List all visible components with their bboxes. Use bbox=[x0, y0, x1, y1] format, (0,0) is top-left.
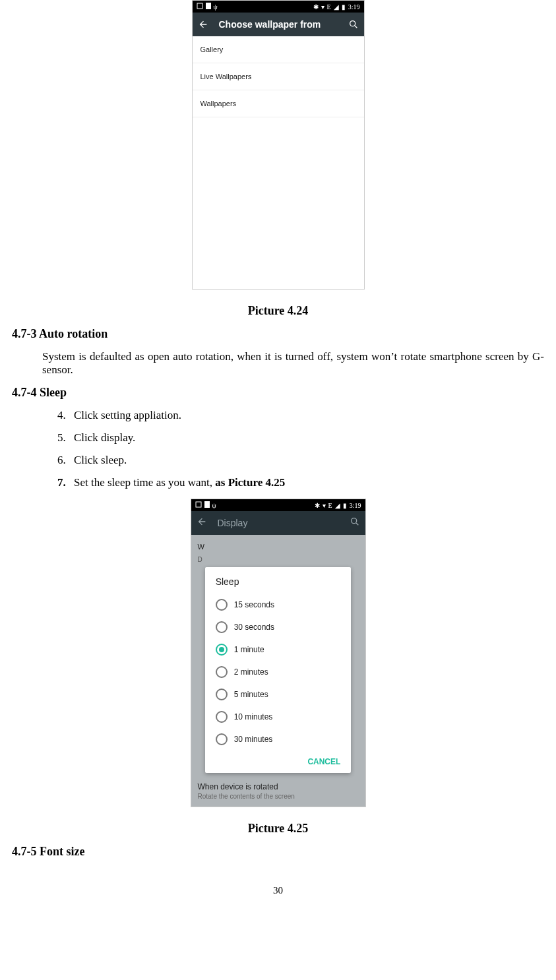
svg-line-3 bbox=[355, 26, 357, 28]
svg-rect-0 bbox=[197, 3, 202, 9]
option-label: 2 minutes bbox=[234, 667, 268, 677]
step-ref: as Picture 4.25 bbox=[215, 476, 285, 489]
step-item: Click sleep. bbox=[69, 454, 544, 467]
usb-icon: ψ bbox=[212, 502, 216, 509]
option-label: 5 minutes bbox=[234, 690, 268, 699]
wifi-icon: ▾ bbox=[321, 3, 324, 11]
option-label: 10 minutes bbox=[234, 712, 273, 721]
section-heading: 4.7-4 Sleep bbox=[12, 386, 544, 400]
figure-caption: Picture 4.24 bbox=[12, 304, 544, 318]
edge-label: E bbox=[327, 3, 331, 11]
appbar-title: Choose wallpaper from bbox=[219, 19, 348, 30]
edge-label: E bbox=[328, 502, 332, 509]
step-list: Click setting appliation. Click display.… bbox=[42, 409, 544, 489]
signal-icon: ◢ bbox=[334, 3, 339, 11]
list-item[interactable]: Live Wallpapers bbox=[193, 63, 364, 90]
status-bar: ψ ✱ ▾ E ◢ ▮ 3:19 bbox=[191, 499, 365, 511]
status-time: 3:19 bbox=[350, 502, 361, 509]
radio-icon bbox=[216, 733, 228, 745]
app-bar: Choose wallpaper from bbox=[193, 13, 364, 36]
signal-icon: ◢ bbox=[335, 502, 340, 509]
back-icon[interactable] bbox=[197, 516, 207, 530]
option-label: 30 seconds bbox=[234, 623, 274, 632]
sleep-option[interactable]: 2 minutes bbox=[205, 661, 352, 683]
search-icon[interactable] bbox=[350, 516, 360, 530]
svg-rect-4 bbox=[196, 502, 201, 507]
svg-point-6 bbox=[351, 518, 356, 524]
svg-point-2 bbox=[350, 21, 355, 26]
figure-caption: Picture 4.25 bbox=[12, 822, 544, 836]
section-heading: 4.7-5 Font size bbox=[12, 845, 544, 859]
dialog-title: Sleep bbox=[205, 576, 352, 594]
setting-row-subtitle: Rotate the contents of the screen bbox=[191, 793, 365, 807]
sleep-option[interactable]: 10 minutes bbox=[205, 706, 352, 728]
sd-icon bbox=[206, 3, 211, 11]
usb-icon: ψ bbox=[214, 3, 218, 11]
status-time: 3:19 bbox=[348, 3, 360, 11]
sleep-dialog: Sleep 15 seconds30 seconds1 minute2 minu… bbox=[205, 567, 352, 773]
screenshot-icon bbox=[195, 501, 202, 509]
wifi-icon: ▾ bbox=[323, 502, 326, 509]
list-item[interactable]: Gallery bbox=[193, 36, 364, 63]
step-item: Click display. bbox=[69, 431, 544, 444]
sleep-option[interactable]: 30 seconds bbox=[205, 616, 352, 638]
app-bar: Display bbox=[191, 511, 365, 535]
screenshot-icon bbox=[197, 3, 203, 11]
step-item: Click setting appliation. bbox=[69, 409, 544, 422]
back-icon[interactable] bbox=[198, 19, 208, 30]
battery-icon: ▮ bbox=[343, 502, 347, 509]
appbar-title: Display bbox=[218, 518, 350, 528]
dimmed-background: W D Sleep 15 seconds30 seconds1 minute2 … bbox=[191, 535, 365, 807]
svg-line-7 bbox=[356, 523, 358, 525]
sleep-option[interactable]: 5 minutes bbox=[205, 683, 352, 706]
option-label: 15 seconds bbox=[234, 600, 274, 609]
status-bar: ψ ✱ ▾ E ◢ ▮ 3:19 bbox=[193, 1, 364, 13]
search-icon[interactable] bbox=[348, 19, 359, 30]
svg-rect-5 bbox=[204, 501, 210, 508]
sleep-option[interactable]: 15 seconds bbox=[205, 594, 352, 616]
section-heading: 4.7-3 Auto rotation bbox=[12, 327, 544, 341]
list-item[interactable]: Wallpapers bbox=[193, 90, 364, 117]
sd-icon bbox=[204, 501, 210, 509]
bg-item: D bbox=[191, 552, 365, 567]
cancel-button[interactable]: CANCEL bbox=[205, 750, 352, 766]
radio-icon bbox=[216, 644, 228, 656]
bluetooth-icon: ✱ bbox=[313, 3, 319, 11]
radio-icon bbox=[216, 621, 228, 633]
wallpaper-source-list: Gallery Live Wallpapers Wallpapers bbox=[193, 36, 364, 117]
battery-icon: ▮ bbox=[342, 3, 346, 11]
setting-row-title: When device is rotated bbox=[191, 773, 365, 793]
page-number: 30 bbox=[12, 885, 544, 896]
sleep-option[interactable]: 1 minute bbox=[205, 638, 352, 661]
radio-icon bbox=[216, 711, 228, 723]
radio-icon bbox=[216, 599, 228, 611]
radio-icon bbox=[216, 666, 228, 678]
option-label: 1 minute bbox=[234, 645, 264, 654]
svg-rect-1 bbox=[206, 3, 211, 9]
option-label: 30 minutes bbox=[234, 735, 273, 744]
phone-screenshot-2: ψ ✱ ▾ E ◢ ▮ 3:19 Display W D Sleep 15 se… bbox=[191, 499, 366, 807]
bluetooth-icon: ✱ bbox=[315, 502, 320, 509]
blank-area bbox=[193, 117, 364, 289]
sleep-option[interactable]: 30 minutes bbox=[205, 728, 352, 750]
phone-screenshot-1: ψ ✱ ▾ E ◢ ▮ 3:19 Choose wallpaper from G… bbox=[192, 0, 365, 290]
step-item: Set the sleep time as you want, as Pictu… bbox=[69, 476, 544, 489]
radio-icon bbox=[216, 689, 228, 700]
section-body: System is defaulted as open auto rotatio… bbox=[42, 350, 544, 377]
step-text: Set the sleep time as you want, bbox=[74, 476, 215, 489]
